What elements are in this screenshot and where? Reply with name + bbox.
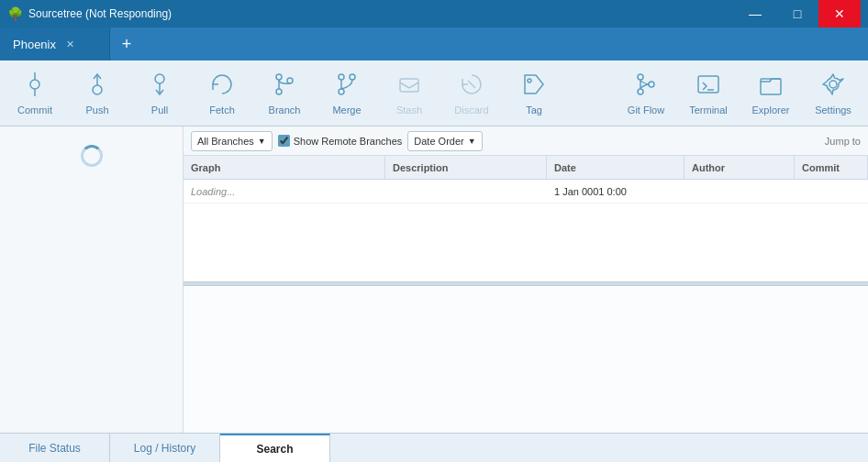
main-area: All Branches ▼ Show Remote Branches Date… <box>0 126 868 433</box>
td-desc <box>385 180 547 203</box>
branches-dropdown[interactable]: All Branches ▼ <box>191 131 273 151</box>
discard-icon <box>459 72 484 101</box>
jump-to-label: Jump to <box>825 136 861 147</box>
terminal-label: Terminal <box>689 104 728 116</box>
merge-icon <box>334 72 360 101</box>
discard-button[interactable]: Discard <box>440 62 503 125</box>
branch-label: Branch <box>269 104 301 116</box>
fetch-label: Fetch <box>209 104 235 116</box>
svg-point-12 <box>339 89 344 94</box>
svg-point-7 <box>276 74 282 80</box>
table-body: Loading... 1 Jan 0001 0:00 <box>184 180 868 281</box>
branches-dropdown-arrow: ▼ <box>258 137 266 146</box>
pull-label: Pull <box>151 104 168 116</box>
svg-point-19 <box>638 89 643 94</box>
close-button[interactable]: ✕ <box>818 0 861 28</box>
repo-tab[interactable]: Phoenix ✕ <box>0 28 110 60</box>
table-row[interactable]: Loading... 1 Jan 0001 0:00 <box>184 180 868 204</box>
sidebar-loading <box>81 145 103 167</box>
tab-label: Phoenix <box>13 38 56 51</box>
explorer-button[interactable]: Explorer <box>740 62 802 125</box>
bottom-pane <box>184 286 868 433</box>
svg-point-18 <box>638 74 643 80</box>
push-button[interactable]: Push <box>66 62 128 125</box>
branch-button[interactable]: Branch <box>253 62 316 125</box>
gitflow-button[interactable]: Git Flow <box>615 62 677 125</box>
gitflow-label: Git Flow <box>628 104 664 116</box>
tab-close-button[interactable]: ✕ <box>63 37 78 51</box>
tab-search[interactable]: Search <box>220 434 330 462</box>
gitflow-icon <box>633 72 659 101</box>
svg-point-8 <box>276 89 282 94</box>
th-date: Date <box>547 156 684 179</box>
show-remote-text: Show Remote Branches <box>294 136 403 147</box>
pull-icon <box>147 72 172 101</box>
filter-bar: All Branches ▼ Show Remote Branches Date… <box>184 126 868 156</box>
title-bar-controls: — □ ✕ <box>734 0 861 28</box>
tab-bar: Phoenix ✕ + <box>0 28 868 60</box>
th-author: Author <box>684 156 795 179</box>
stash-label: Stash <box>396 104 422 116</box>
svg-point-11 <box>339 74 344 80</box>
stash-icon <box>396 72 422 101</box>
th-description: Description <box>385 156 547 179</box>
sidebar <box>0 126 184 433</box>
svg-line-16 <box>468 81 475 88</box>
fetch-icon <box>209 72 235 101</box>
push-icon <box>84 72 110 101</box>
commit-label: Commit <box>17 104 52 116</box>
svg-rect-15 <box>400 79 418 92</box>
th-graph: Graph <box>184 156 385 179</box>
discard-label: Discard <box>454 104 488 116</box>
svg-point-9 <box>287 78 293 83</box>
tag-button[interactable]: Tag <box>503 62 565 125</box>
loading-spinner <box>81 145 103 167</box>
commit-icon <box>22 72 48 101</box>
tab-search-label: Search <box>256 443 293 456</box>
td-author <box>684 180 795 203</box>
svg-point-3 <box>93 85 102 94</box>
push-label: Push <box>85 104 108 116</box>
commit-button[interactable]: Commit <box>4 62 66 125</box>
date-order-dropdown[interactable]: Date Order ▼ <box>407 131 482 151</box>
th-commit: Commit <box>795 156 868 179</box>
tab-log-history[interactable]: Log / History <box>110 434 220 462</box>
tab-file-status[interactable]: File Status <box>0 434 110 462</box>
branches-dropdown-label: All Branches <box>197 136 254 147</box>
toolbar: Commit Push Pull Fetch Branch Merge <box>0 60 868 126</box>
td-date: 1 Jan 0001 0:00 <box>547 180 684 203</box>
terminal-icon <box>696 72 721 101</box>
tag-icon <box>521 72 547 101</box>
pull-button[interactable]: Pull <box>128 62 191 125</box>
content-pane: All Branches ▼ Show Remote Branches Date… <box>184 126 868 433</box>
fetch-button[interactable]: Fetch <box>191 62 253 125</box>
settings-button[interactable]: Settings <box>802 62 864 125</box>
tag-label: Tag <box>526 104 542 116</box>
explorer-icon <box>758 72 784 101</box>
minimize-button[interactable]: — <box>734 0 776 28</box>
merge-label: Merge <box>332 104 361 116</box>
add-tab-button[interactable]: + <box>110 28 143 60</box>
svg-point-0 <box>30 80 39 89</box>
maximize-button[interactable]: □ <box>776 0 818 28</box>
show-remote-label[interactable]: Show Remote Branches <box>278 135 403 147</box>
app-icon: 🌳 <box>7 6 23 21</box>
show-remote-checkbox[interactable] <box>278 135 290 147</box>
merge-button[interactable]: Merge <box>316 62 378 125</box>
stash-button[interactable]: Stash <box>378 62 440 125</box>
svg-point-17 <box>528 79 531 82</box>
bottom-tab-bar: File Status Log / History Search <box>0 433 868 462</box>
title-bar-text: Sourcetree (Not Responding) <box>28 7 172 20</box>
date-order-arrow: ▼ <box>468 137 476 146</box>
svg-point-20 <box>649 82 654 87</box>
title-bar: 🌳 Sourcetree (Not Responding) — □ ✕ <box>0 0 868 28</box>
terminal-button[interactable]: Terminal <box>677 62 740 125</box>
tab-log-history-label: Log / History <box>134 442 195 455</box>
title-bar-left: 🌳 Sourcetree (Not Responding) <box>7 6 172 21</box>
settings-label: Settings <box>815 104 851 116</box>
svg-point-5 <box>155 74 164 83</box>
td-graph: Loading... <box>184 180 385 203</box>
td-commit <box>795 180 868 203</box>
table-header: Graph Description Date Author Commit <box>184 156 868 180</box>
branch-icon <box>272 72 297 101</box>
